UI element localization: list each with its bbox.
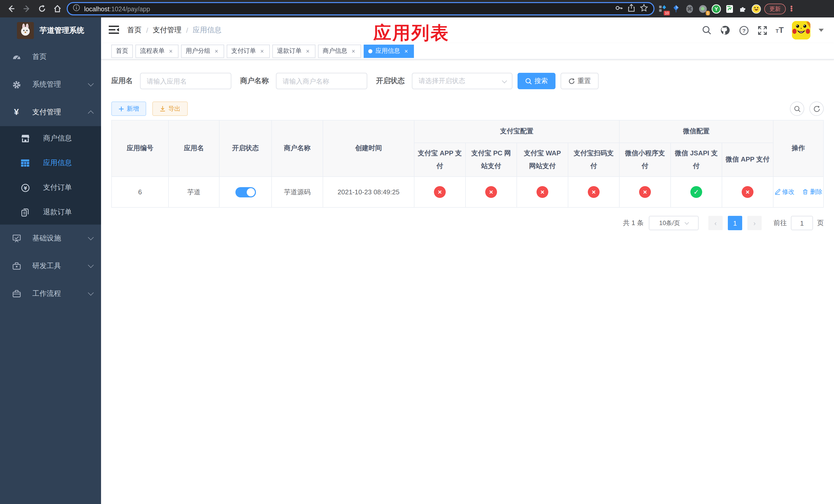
tag-label: 商户信息 [323, 47, 347, 55]
github-icon[interactable] [720, 25, 730, 36]
sidebar-item-label: 支付管理 [32, 108, 78, 117]
breadcrumb-home[interactable]: 首页 [127, 26, 141, 35]
sidebar-item-merchant-info[interactable]: 商户信息 [0, 126, 101, 151]
sidebar-item-system[interactable]: 系统管理 [0, 71, 101, 98]
add-button[interactable]: 新增 [111, 101, 146, 116]
show-search-button[interactable] [790, 101, 804, 116]
tag-pay-order[interactable]: 支付订单× [227, 44, 270, 58]
status-select[interactable]: 请选择开启状态 [412, 73, 512, 89]
status-wechat-mini-icon: × [639, 186, 651, 198]
extension-command-icon[interactable]: ⌘ [684, 4, 695, 14]
edit-link[interactable]: 修改 [774, 188, 794, 197]
reset-button[interactable]: 重置 [561, 73, 598, 89]
close-icon[interactable]: × [403, 47, 409, 54]
reload-icon[interactable] [36, 3, 48, 15]
page-annotation: 应用列表 [373, 21, 449, 45]
pagination: 共 1 条 10条/页 ‹ 1 › 前往 页 [111, 216, 824, 230]
logo-bar[interactable]: 芋道管理系统 [0, 18, 101, 43]
breadcrumb-separator: / [186, 26, 188, 35]
top-navbar: 首页 / 支付管理 / 应用信息 应用列表 ? [101, 18, 834, 43]
store-icon [21, 134, 30, 143]
sidebar-item-infrastructure[interactable]: 基础设施 [0, 225, 101, 252]
chrome-update-button[interactable]: 更新 [764, 3, 786, 14]
export-button[interactable]: 导出 [152, 101, 188, 116]
column-group-wechat: 微信配置 [619, 120, 773, 143]
sidebar-item-refund-orders[interactable]: 退款订单 [0, 200, 101, 225]
column-header-wechat-jsapi: 微信 JSAPI 支付 [671, 143, 722, 177]
close-icon[interactable]: × [213, 47, 220, 54]
dashboard-icon [12, 52, 21, 62]
extensions-puzzle-icon[interactable] [738, 4, 748, 14]
extension-emoji-icon[interactable] [751, 4, 761, 14]
tag-merchant-info[interactable]: 商户信息× [318, 44, 361, 58]
delete-link[interactable]: 删除 [803, 188, 822, 197]
search-icon[interactable] [702, 25, 712, 36]
payment-submenu: 商户信息 应用信息 ¥ 支付订单 [0, 126, 101, 225]
filter-form: 应用名 商户名称 开启状态 请选择开启状态 搜索 重置 [111, 73, 824, 89]
site-info-icon[interactable] [73, 4, 80, 13]
sidebar-toggle-icon[interactable] [109, 25, 119, 36]
extension-kite-icon[interactable] [671, 4, 681, 14]
cell-app-name: 芋道 [169, 177, 219, 207]
column-header-alipay-pc: 支付宝 PC 网站支付 [465, 143, 517, 177]
home-icon[interactable] [51, 3, 64, 15]
sidebar: 芋道管理系统 首页 系统管理 ¥ 支付管理 [0, 18, 101, 504]
tag-app-info-active[interactable]: 应用信息× [364, 44, 414, 58]
close-icon[interactable]: × [259, 47, 265, 54]
extension-blocks-icon[interactable]: 10 [658, 4, 668, 14]
column-header-wechat-app: 微信 APP 支付 [722, 143, 773, 177]
tag-home[interactable]: 首页 [111, 44, 133, 58]
tag-process-form[interactable]: 流程表单× [135, 44, 178, 58]
tag-refund-order[interactable]: 退款订单× [272, 44, 315, 58]
sidebar-item-label: 退款订单 [43, 208, 72, 217]
merchant-name-input[interactable] [276, 73, 367, 89]
sidebar-item-label: 应用信息 [43, 158, 72, 168]
bookmark-star-icon[interactable] [640, 3, 648, 14]
page-size-select[interactable]: 10条/页 [649, 216, 699, 230]
close-icon[interactable]: × [305, 47, 311, 54]
search-button[interactable]: 搜索 [518, 73, 555, 89]
sidebar-item-app-info[interactable]: 应用信息 [0, 151, 101, 175]
chrome-menu-icon[interactable]: ••• [789, 6, 794, 12]
share-icon[interactable] [627, 3, 636, 14]
extension-circle-icon[interactable]: 1 [698, 4, 708, 14]
tag-user-group[interactable]: 用户分组× [181, 44, 224, 58]
close-icon[interactable]: × [350, 47, 356, 54]
address-bar[interactable]: localhost:1024/pay/app [67, 2, 655, 15]
documents-icon [21, 208, 30, 217]
font-size-icon[interactable]: TT [775, 26, 784, 35]
password-key-icon[interactable] [614, 3, 623, 14]
extension-y-icon[interactable]: Y [711, 4, 721, 14]
extension-doc-icon[interactable] [724, 4, 734, 14]
sidebar-item-workflow[interactable]: 工作流程 [0, 280, 101, 307]
column-group-alipay: 支付宝配置 [414, 120, 619, 143]
enabled-switch[interactable] [235, 187, 256, 197]
add-button-label: 新增 [127, 104, 139, 113]
sidebar-item-payment[interactable]: ¥ 支付管理 [0, 98, 101, 126]
close-icon[interactable]: × [168, 47, 174, 54]
goto-page-input[interactable] [791, 216, 813, 230]
current-page-button[interactable]: 1 [728, 216, 742, 230]
prev-page-button[interactable]: ‹ [708, 216, 723, 230]
breadcrumb: 首页 / 支付管理 / 应用信息 [127, 26, 222, 35]
cell-merchant: 芋道源码 [271, 177, 323, 207]
goto-label: 前往 [773, 219, 787, 228]
back-icon[interactable] [5, 3, 18, 15]
status-wechat-app-icon: × [742, 186, 753, 198]
next-page-button[interactable]: › [747, 216, 762, 230]
column-header-merchant: 商户名称 [271, 120, 323, 177]
avatar-caret-icon[interactable] [819, 29, 824, 32]
breadcrumb-payment[interactable]: 支付管理 [153, 26, 181, 35]
tag-label: 支付订单 [231, 47, 256, 55]
app-name-input[interactable] [140, 73, 231, 89]
forward-icon[interactable] [21, 3, 33, 15]
refresh-button[interactable] [809, 101, 824, 116]
status-wechat-jsapi-icon: ✓ [690, 186, 702, 198]
user-avatar[interactable] [792, 21, 810, 40]
sidebar-item-pay-orders[interactable]: ¥ 支付订单 [0, 175, 101, 200]
sidebar-item-home[interactable]: 首页 [0, 43, 101, 71]
help-icon[interactable]: ? [739, 25, 749, 36]
sidebar-item-dev-tools[interactable]: 研发工具 [0, 252, 101, 280]
chevron-down-icon [684, 220, 689, 225]
fullscreen-icon[interactable] [757, 25, 767, 36]
